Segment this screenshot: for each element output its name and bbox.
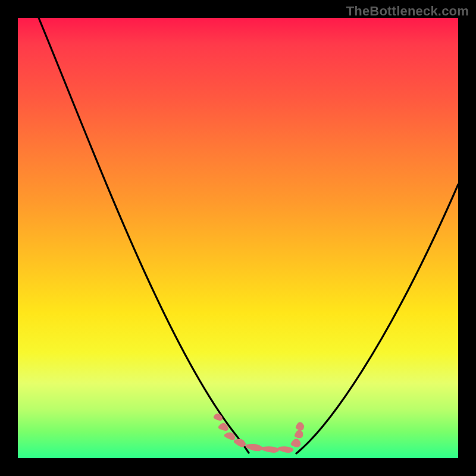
curve-overlay [18, 18, 458, 458]
right-curve [296, 184, 458, 453]
chart-frame: TheBottleneck.com [0, 0, 476, 476]
bottleneck-marks [215, 415, 302, 451]
plot-area [18, 18, 458, 458]
left-curve [39, 18, 249, 453]
watermark-label: TheBottleneck.com [346, 4, 469, 19]
